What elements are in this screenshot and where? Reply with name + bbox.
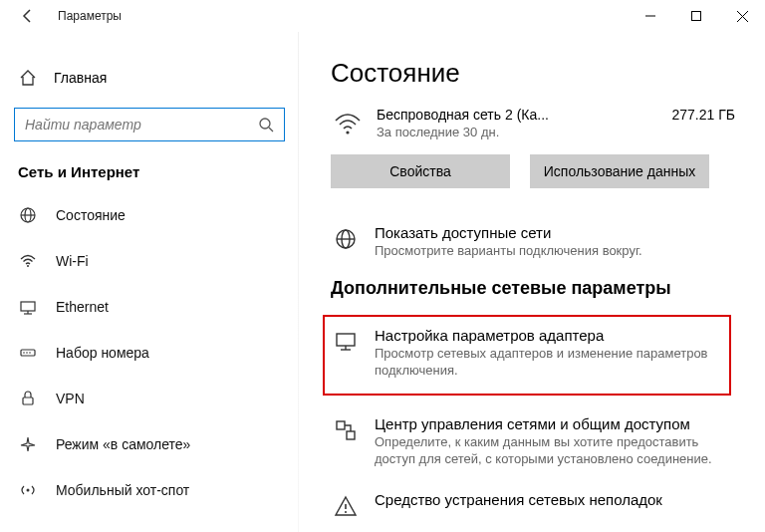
svg-point-9: [27, 265, 29, 267]
wifi-large-icon: [331, 107, 365, 140]
svg-point-15: [26, 352, 28, 354]
entry-title: Центр управления сетями и общим доступом: [375, 415, 735, 432]
svg-rect-10: [21, 302, 35, 311]
svg-point-18: [27, 489, 30, 492]
back-button[interactable]: [18, 6, 38, 26]
sidebar-item-ethernet[interactable]: Ethernet: [0, 284, 299, 330]
network-summary: Беспроводная сеть 2 (Ка... За последние …: [331, 107, 735, 140]
sidebar-item-dialup[interactable]: Набор номера: [0, 330, 299, 376]
svg-point-19: [346, 131, 349, 133]
svg-rect-23: [337, 334, 355, 346]
search-box[interactable]: [14, 108, 285, 141]
entry-title: Показать доступные сети: [375, 224, 642, 241]
sidebar-item-label: VPN: [56, 391, 85, 406]
sidebar-item-status[interactable]: Состояние: [0, 192, 299, 238]
adapter-settings-link[interactable]: Настройка параметров адаптера Просмотр с…: [331, 327, 723, 380]
available-networks-link[interactable]: Показать доступные сети Просмотрите вари…: [331, 218, 735, 278]
sidebar: Главная Сеть и Интернет Состояние Wi-Fi …: [0, 32, 299, 532]
sidebar-item-label: Wi-Fi: [56, 253, 89, 269]
svg-point-4: [260, 119, 270, 129]
home-icon: [18, 68, 38, 88]
minimize-button[interactable]: [628, 0, 673, 32]
ethernet-icon: [18, 297, 38, 317]
entry-desc: Просмотр сетевых адаптеров и изменение п…: [375, 346, 723, 380]
svg-rect-13: [21, 350, 35, 356]
sidebar-section-title: Сеть и Интернет: [0, 159, 299, 192]
sidebar-item-label: Режим «в самолете»: [56, 436, 190, 452]
svg-rect-1: [692, 12, 701, 21]
sidebar-item-airplane[interactable]: Режим «в самолете»: [0, 421, 299, 467]
adapter-icon: [331, 327, 361, 357]
sidebar-item-label: Состояние: [56, 207, 126, 223]
dialup-icon: [18, 343, 38, 363]
sharing-icon: [331, 415, 361, 445]
data-usage-button[interactable]: Использование данных: [530, 154, 709, 188]
main-content: Состояние Беспроводная сеть 2 (Ка... За …: [299, 32, 765, 532]
svg-rect-17: [23, 398, 33, 404]
network-usage: 277.21 ГБ: [672, 107, 735, 123]
troubleshoot-link[interactable]: Средство устранения сетевых неполадок: [331, 485, 735, 532]
adapter-settings-highlight: Настройка параметров адаптера Просмотр с…: [323, 315, 731, 396]
sidebar-item-label: Набор номера: [56, 345, 149, 361]
vpn-icon: [18, 389, 38, 408]
svg-point-16: [29, 352, 31, 354]
home-label: Главная: [54, 70, 107, 86]
window-title: Параметры: [58, 9, 122, 23]
svg-rect-27: [347, 431, 355, 439]
svg-point-29: [345, 511, 347, 513]
svg-rect-26: [337, 421, 345, 429]
sidebar-item-label: Ethernet: [56, 299, 109, 315]
properties-button[interactable]: Свойства: [331, 154, 510, 188]
svg-point-14: [23, 352, 25, 354]
entry-title: Средство устранения сетевых неполадок: [375, 491, 662, 508]
globe-icon: [331, 224, 361, 254]
sidebar-item-hotspot[interactable]: Мобильный хот-спот: [0, 467, 299, 513]
search-input[interactable]: [25, 117, 258, 133]
search-icon: [258, 117, 274, 133]
entry-title: Настройка параметров адаптера: [375, 327, 723, 344]
advanced-header: Дополнительные сетевые параметры: [331, 278, 735, 299]
maximize-button[interactable]: [673, 0, 719, 32]
network-name: Беспроводная сеть 2 (Ка...: [377, 107, 549, 123]
globe-icon: [18, 205, 38, 225]
sharing-center-link[interactable]: Центр управления сетями и общим доступом…: [331, 409, 735, 486]
hotspot-icon: [18, 480, 38, 500]
wifi-icon: [18, 251, 38, 271]
network-subtitle: За последние 30 дн.: [377, 125, 549, 139]
sidebar-item-label: Мобильный хот-спот: [56, 482, 189, 498]
airplane-icon: [18, 434, 38, 454]
svg-line-5: [269, 128, 273, 132]
close-button[interactable]: [719, 0, 765, 32]
entry-desc: Просмотрите варианты подключения вокруг.: [375, 243, 642, 260]
warning-icon: [331, 491, 361, 521]
titlebar: Параметры: [0, 0, 765, 32]
page-title: Состояние: [331, 58, 735, 89]
entry-desc: Определите, к каким данным вы хотите пре…: [375, 434, 735, 468]
home-link[interactable]: Главная: [0, 60, 299, 96]
sidebar-item-vpn[interactable]: VPN: [0, 376, 299, 421]
sidebar-item-wifi[interactable]: Wi-Fi: [0, 238, 299, 284]
